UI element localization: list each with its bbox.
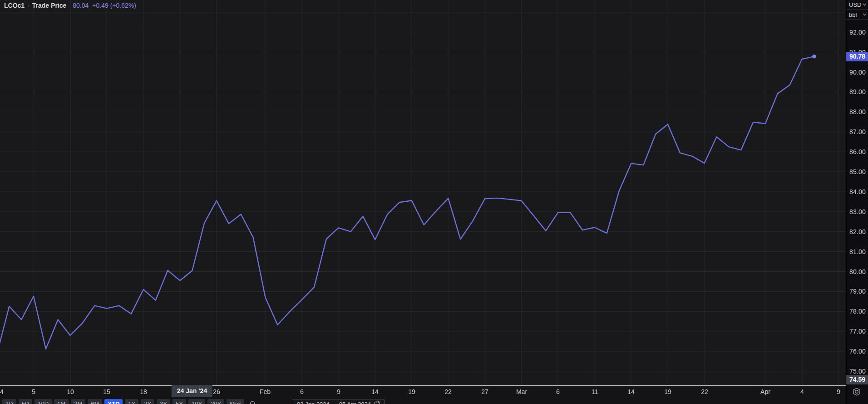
date-tick-label: Feb <box>260 388 271 395</box>
range-button-2m[interactable]: 2M <box>71 399 85 404</box>
range-button-ytd[interactable]: YTD <box>104 399 123 404</box>
currency-label: USD <box>849 1 863 8</box>
last-price-badge: 90.78 <box>846 52 868 61</box>
date-tick-label: 10 <box>67 388 74 395</box>
date-tick-label: 5 <box>32 388 35 395</box>
range-button-6m[interactable]: 6M <box>88 399 102 404</box>
price-tick-label: 75.00 <box>849 368 868 375</box>
range-button-1m[interactable]: 1M <box>54 399 69 404</box>
chart-header: LCOc1 · Trade Price 80.04 +0.49 (+0.62%) <box>4 1 136 10</box>
magnifier-icon[interactable] <box>247 399 258 404</box>
chart-settings-button[interactable] <box>852 387 861 396</box>
price-axis[interactable]: USD bbl 92.0091.0090.0089.0088.0087.0086… <box>846 0 868 404</box>
chevron-down-icon <box>863 3 867 6</box>
currency-dropdown[interactable]: USD <box>846 0 868 10</box>
date-axis[interactable]: 4510151826Feb6914192227Mar611141922Apr49… <box>0 385 846 398</box>
chevron-down-icon <box>863 13 867 16</box>
unit-dropdown[interactable]: bbl <box>846 10 868 20</box>
price-chart-plot-area[interactable] <box>0 0 846 385</box>
range-button-10d[interactable]: 10D <box>35 399 52 404</box>
date-tick-label: 4 <box>0 388 4 395</box>
price-tick-label: 90.00 <box>849 69 868 76</box>
series-label: Trade Price <box>32 2 67 9</box>
date-tick-label: 6 <box>556 388 560 395</box>
price-tick-label: 78.00 <box>849 308 868 315</box>
crosshair-date-tooltip: 24 Jan '24 <box>172 385 212 397</box>
range-button-group: 1D5D10D1M2M6MYTD1Y2Y3Y5Y10Y20YMax <box>2 399 247 404</box>
range-button-20y[interactable]: 20Y <box>207 399 224 404</box>
price-tick-label: 87.00 <box>849 128 868 135</box>
date-tick-label: 22 <box>444 388 452 395</box>
range-button-max[interactable]: Max <box>227 399 244 404</box>
price-tick-label: 83.00 <box>849 208 868 215</box>
calendar-icon <box>374 401 380 404</box>
price-tick-label: 77.00 <box>849 328 868 335</box>
range-button-1d[interactable]: 1D <box>2 399 16 404</box>
price-line <box>0 56 814 354</box>
range-button-1y[interactable]: 1Y <box>125 399 138 404</box>
range-button-5d[interactable]: 5D <box>19 399 33 404</box>
date-range-to: 05 Apr 2024 <box>339 401 371 404</box>
date-tick-label: 19 <box>664 388 671 395</box>
price-tick-label: 89.00 <box>849 88 868 95</box>
crosshair-price: 80.04 <box>73 2 89 9</box>
range-toolbar: 1D5D10D1M2M6MYTD1Y2Y3Y5Y10Y20YMax 02 Jan… <box>0 399 846 404</box>
range-button-10y[interactable]: 10Y <box>188 399 205 404</box>
header-separator: · <box>27 2 30 9</box>
date-tick-label: 9 <box>337 388 340 395</box>
range-button-5y[interactable]: 5Y <box>173 399 186 404</box>
instrument-symbol: LCOc1 <box>4 2 25 9</box>
date-tick-label: 27 <box>481 388 488 395</box>
price-tick-label: 79.00 <box>849 288 868 295</box>
date-tick-label: 9 <box>837 388 840 395</box>
date-tick-label: 4 <box>800 388 804 395</box>
date-tick-label: 26 <box>213 388 220 395</box>
date-tick-label: Apr <box>760 388 770 395</box>
date-tick-label: 19 <box>408 388 415 395</box>
date-tick-label: Mar <box>516 388 527 395</box>
date-tick-label: 22 <box>701 388 708 395</box>
price-tick-label: 82.00 <box>849 228 868 235</box>
date-tick-label: 14 <box>627 388 635 395</box>
price-tick-label: 92.00 <box>849 29 868 36</box>
date-range-separator: – <box>333 401 336 404</box>
range-low-badge: 74.59 <box>846 375 868 384</box>
price-tick-label: 76.00 <box>849 348 868 355</box>
range-button-3y[interactable]: 3Y <box>157 399 170 404</box>
unit-label: bbl <box>849 11 863 18</box>
price-chart-svg[interactable] <box>0 0 846 385</box>
chart-application: LCOc1 · Trade Price 80.04 +0.49 (+0.62%)… <box>0 0 868 404</box>
price-tick-label: 85.00 <box>849 168 868 175</box>
date-range-from: 02 Jan 2024 <box>297 401 330 404</box>
price-tick-label: 86.00 <box>849 148 868 155</box>
price-tick-label: 84.00 <box>849 188 868 195</box>
date-range-picker[interactable]: 02 Jan 2024 – 05 Apr 2024 <box>293 399 385 404</box>
gear-icon <box>852 387 861 396</box>
price-tick-label: 88.00 <box>849 108 868 115</box>
gridlines <box>0 0 846 385</box>
range-button-2y[interactable]: 2Y <box>141 399 154 404</box>
date-tick-label: 18 <box>140 388 147 395</box>
crosshair-change: +0.49 (+0.62%) <box>92 2 136 9</box>
date-tick-label: 6 <box>300 388 304 395</box>
date-tick-label: 11 <box>592 388 598 395</box>
date-tick-label: 15 <box>103 388 110 395</box>
price-tick-label: 80.00 <box>849 268 868 275</box>
last-price-dot <box>812 55 816 58</box>
price-tick-label: 81.00 <box>849 248 868 255</box>
date-tick-label: 14 <box>371 388 379 395</box>
